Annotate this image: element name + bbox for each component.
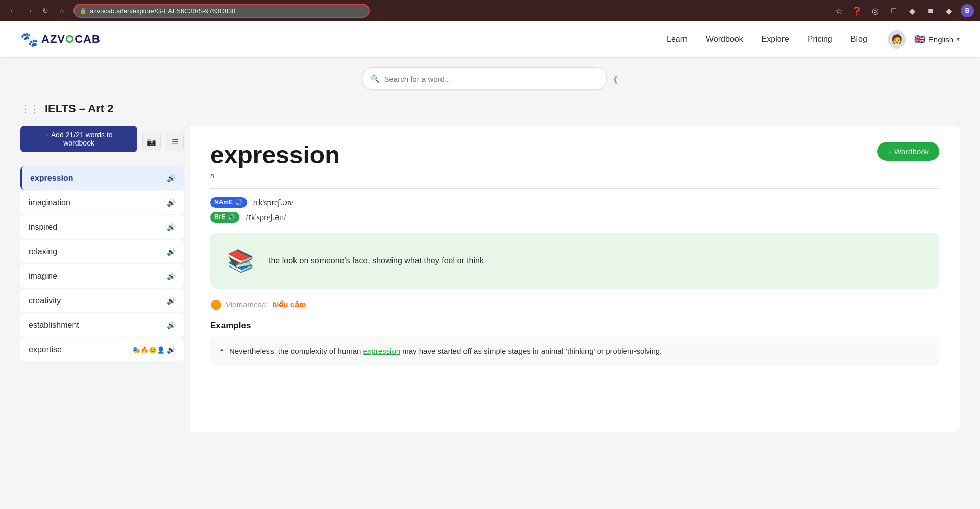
- pronunciation-bre: BrE 🔊 /ɪk'spreʃ.ən/: [210, 212, 939, 223]
- word-label: inspired: [29, 223, 57, 232]
- example-card: • Nevertheless, the complexity of human …: [210, 337, 939, 366]
- logo-text: AZVOCAB: [41, 33, 101, 46]
- name-sound-icon[interactable]: 🔊: [235, 199, 243, 206]
- word-label: imagine: [29, 272, 57, 281]
- word-title: expression: [210, 142, 339, 169]
- word-item-inspired[interactable]: inspired 🔊: [20, 215, 184, 239]
- main-content: ⋮⋮ IELTS – Art 2 + Add 21/21 words to wo…: [0, 90, 980, 509]
- grid-icon: ⋮⋮: [20, 103, 39, 114]
- vietnamese-word: biểu cảm: [272, 300, 306, 309]
- example-after: may have started off as simple stages in…: [400, 347, 662, 355]
- add-words-button[interactable]: + Add 21/21 words to wordbook: [20, 126, 137, 152]
- extension4-button[interactable]: ◆: [905, 4, 919, 17]
- list-view-button[interactable]: ☰: [166, 133, 184, 151]
- app-header: 🐾 AZVOCAB Learn Wordbook Explore Pricing…: [0, 21, 980, 57]
- sound-icon-inspired[interactable]: 🔊: [167, 223, 176, 231]
- name-badge[interactable]: NAmE 🔊: [210, 197, 247, 208]
- bre-badge[interactable]: BrE 🔊: [210, 212, 239, 223]
- search-icon: 🔍: [371, 75, 379, 83]
- logo-icon: 🐾: [20, 31, 38, 48]
- pronunciation-name: NAmE 🔊 /ɪk'spreʃ.ən/: [210, 197, 939, 208]
- example-highlight[interactable]: expression: [363, 347, 401, 355]
- extension1-button[interactable]: ❓: [850, 4, 864, 17]
- bre-phonetic: /ɪk'spreʃ.ən/: [246, 212, 286, 222]
- sound-icon-establishment[interactable]: 🔊: [167, 321, 176, 329]
- vietnamese-label: Vietnamese:: [226, 300, 268, 309]
- nav-blog[interactable]: Blog: [851, 35, 867, 44]
- sound-icon-relaxing[interactable]: 🔊: [167, 248, 176, 256]
- meaning-card: 📚 the look on someone's face, showing wh…: [210, 233, 939, 289]
- nav-pricing[interactable]: Pricing: [807, 35, 832, 44]
- examples-title: Examples: [210, 321, 939, 331]
- address-bar[interactable]: 🔒 azvocab.ai/en/explore/G-EAE56C30/S-976…: [74, 4, 370, 18]
- emoji-icons: 🎭🔥😊👤: [132, 346, 165, 354]
- example-text: Nevertheless, the complexity of human ex…: [229, 345, 662, 357]
- word-item-imagination[interactable]: imagination 🔊: [20, 191, 184, 214]
- forward-button[interactable]: →: [22, 4, 36, 17]
- meaning-image: 📚: [223, 243, 258, 279]
- language-selector[interactable]: 🇬🇧 English ▾: [914, 34, 960, 45]
- word-label: imagination: [29, 198, 70, 207]
- word-item-relaxing[interactable]: relaxing 🔊: [20, 240, 184, 263]
- logo[interactable]: 🐾 AZVOCAB: [20, 31, 101, 48]
- chevron-down-icon: ▾: [957, 36, 960, 43]
- vietnamese-translation: 🟠 Vietnamese: biểu cảm: [210, 299, 939, 310]
- page-title: IELTS – Art 2: [45, 102, 113, 115]
- word-item-imagine[interactable]: imagine 🔊: [20, 264, 184, 288]
- examples-section: Examples • Nevertheless, the complexity …: [210, 321, 939, 366]
- bre-badge-label: BrE: [214, 213, 225, 221]
- sound-icon-creativity[interactable]: 🔊: [167, 297, 176, 305]
- home-button[interactable]: ⌂: [55, 4, 68, 17]
- flag-icon: 🇬🇧: [914, 34, 925, 45]
- profile-circle[interactable]: B: [961, 4, 974, 17]
- camera-view-button[interactable]: 📷: [142, 133, 160, 151]
- word-label: creativity: [29, 296, 61, 305]
- star-action-button[interactable]: ☆: [832, 4, 845, 17]
- example-before: Nevertheless, the complexity of human: [229, 347, 363, 355]
- sound-icon-imagination[interactable]: 🔊: [167, 199, 176, 207]
- word-list: expression 🔊 imagination 🔊 inspired 🔊 re…: [20, 166, 184, 361]
- header-right: 🧑 🇬🇧 English ▾: [888, 30, 960, 49]
- page-title-row: ⋮⋮ IELTS – Art 2: [20, 102, 960, 115]
- user-avatar[interactable]: 🧑: [888, 30, 906, 49]
- nav-learn[interactable]: Learn: [667, 35, 688, 44]
- extension2-button[interactable]: ◎: [869, 4, 882, 17]
- language-label: English: [928, 35, 953, 44]
- search-bar[interactable]: 🔍: [362, 67, 607, 90]
- word-item-expression[interactable]: expression 🔊: [20, 166, 184, 190]
- extension3-button[interactable]: □: [887, 4, 900, 17]
- orange-circle-icon: 🟠: [210, 299, 222, 310]
- search-wrapper: 🔍 ❰: [362, 67, 619, 90]
- word-item-establishment[interactable]: establishment 🔊: [20, 313, 184, 337]
- extension5-button[interactable]: ■: [924, 4, 937, 17]
- sound-icon-expertise[interactable]: 🔊: [167, 346, 176, 354]
- search-section: 🔍 ❰: [0, 57, 980, 90]
- nav-wordbook[interactable]: Wordbook: [706, 35, 743, 44]
- browser-nav-buttons: ← → ↻ ⌂: [6, 4, 68, 17]
- share-button[interactable]: ❰: [612, 74, 619, 84]
- word-item-creativity[interactable]: creativity 🔊: [20, 289, 184, 312]
- example-bullet: •: [220, 346, 223, 354]
- two-column-layout: + Add 21/21 words to wordbook 📷 ☰ expres…: [20, 126, 960, 432]
- search-input[interactable]: [384, 75, 598, 83]
- browser-chrome: ← → ↻ ⌂ 🔒 azvocab.ai/en/explore/G-EAE56C…: [0, 0, 980, 21]
- nav-explore[interactable]: Explore: [762, 35, 789, 44]
- word-title-group: expression n: [210, 142, 339, 180]
- meaning-text: the look on someone's face, showing what…: [268, 255, 484, 267]
- word-item-expertise[interactable]: expertise 🎭🔥😊👤 🔊: [20, 338, 184, 361]
- browser-actions: ☆ ❓ ◎ □ ◆ ■ ◆ B: [832, 4, 974, 17]
- extension6-button[interactable]: ◆: [942, 4, 955, 17]
- bre-sound-icon[interactable]: 🔊: [227, 213, 235, 221]
- sound-icon-expression[interactable]: 🔊: [167, 174, 176, 182]
- sound-icon-imagine[interactable]: 🔊: [167, 272, 176, 280]
- add-wordbook-button[interactable]: + Wordbook: [877, 142, 939, 161]
- word-label: expertise: [29, 345, 62, 354]
- back-button[interactable]: ←: [6, 4, 19, 17]
- word-part-of-speech: n: [210, 171, 339, 180]
- name-badge-label: NAmE: [214, 199, 233, 206]
- word-special-badges: 🎭🔥😊👤 🔊: [132, 346, 176, 354]
- lock-icon: 🔒: [80, 8, 87, 14]
- word-label: establishment: [29, 321, 79, 330]
- url-text: azvocab.ai/en/explore/G-EAE56C30/S-9763D…: [90, 7, 235, 15]
- reload-button[interactable]: ↻: [39, 4, 52, 17]
